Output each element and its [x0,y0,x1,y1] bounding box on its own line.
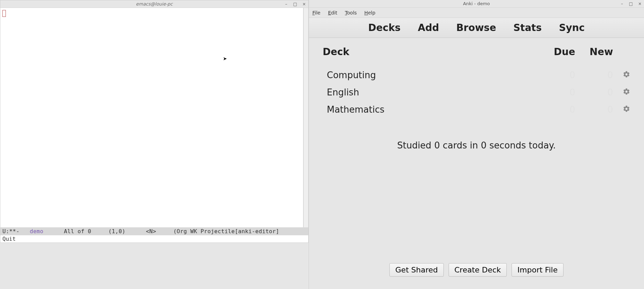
deck-name[interactable]: Computing [323,70,537,80]
anki-menubar: File Edit Tools Help [309,8,644,18]
deck-list-header: Deck Due New [319,46,634,58]
anki-footer: Get Shared Create Deck Import File [319,258,634,283]
emacs-title: emacs@louie-pc [136,1,173,7]
menu-help[interactable]: Help [364,10,375,16]
mouse-pointer-icon: ➤ [223,56,227,61]
deck-due-count: 0 [537,70,575,80]
gear-icon[interactable] [613,70,630,80]
emacs-buffer[interactable]: ➤ [0,8,303,227]
deck-row: English00 [319,85,634,100]
deck-due-count: 0 [537,87,575,97]
emacs-maximize-button[interactable]: □ [292,2,298,7]
deck-new-count: 0 [575,87,613,97]
emacs-titlebar[interactable]: emacs@louie-pc – □ × [0,0,308,8]
gear-icon[interactable] [613,104,630,115]
emacs-modeline: U:**- demo All of 0 (1,0) <N> (Org WK Pr… [0,227,308,235]
header-new: New [575,46,613,58]
anki-minimize-button[interactable]: – [619,1,625,6]
toolbar-decks[interactable]: Decks [368,22,400,33]
menu-file[interactable]: File [312,10,320,16]
anki-maximize-button[interactable]: □ [628,1,634,6]
header-deck: Deck [323,46,537,58]
deck-name[interactable]: English [323,87,537,97]
emacs-cursor [2,10,6,17]
menu-edit[interactable]: Edit [328,10,337,16]
anki-close-button[interactable]: × [637,1,643,6]
deck-row: Mathematics00 [319,102,634,117]
emacs-minimize-button[interactable]: – [283,2,289,7]
emacs-buffer-name: demo [30,228,43,235]
get-shared-button[interactable]: Get Shared [389,263,444,277]
emacs-scrollbar[interactable] [303,8,308,227]
deck-due-count: 0 [537,104,575,115]
deck-new-count: 0 [575,104,613,115]
emacs-window: emacs@louie-pc – □ × ➤ U:**- demo All of… [0,0,309,243]
study-status: Studied 0 cards in 0 seconds today. [319,140,634,151]
toolbar-sync[interactable]: Sync [559,22,585,33]
anki-title: Anki - demo [463,1,490,6]
deck-row: Computing00 [319,68,634,82]
menu-tools[interactable]: Tools [345,10,357,16]
deck-new-count: 0 [575,70,613,80]
emacs-minibuffer[interactable]: Quit [0,235,308,242]
anki-toolbar: Decks Add Browse Stats Sync [309,18,644,38]
toolbar-add[interactable]: Add [418,22,439,33]
anki-window: Anki - demo – □ × File Edit Tools Help D… [309,0,644,289]
anki-titlebar[interactable]: Anki - demo – □ × [309,0,644,8]
emacs-close-button[interactable]: × [301,2,307,7]
deck-name[interactable]: Mathematics [323,104,537,115]
toolbar-stats[interactable]: Stats [513,22,542,33]
import-file-button[interactable]: Import File [512,263,564,277]
header-due: Due [537,46,575,58]
gear-icon[interactable] [613,87,630,97]
create-deck-button[interactable]: Create Deck [449,263,507,277]
toolbar-browse[interactable]: Browse [456,22,496,33]
